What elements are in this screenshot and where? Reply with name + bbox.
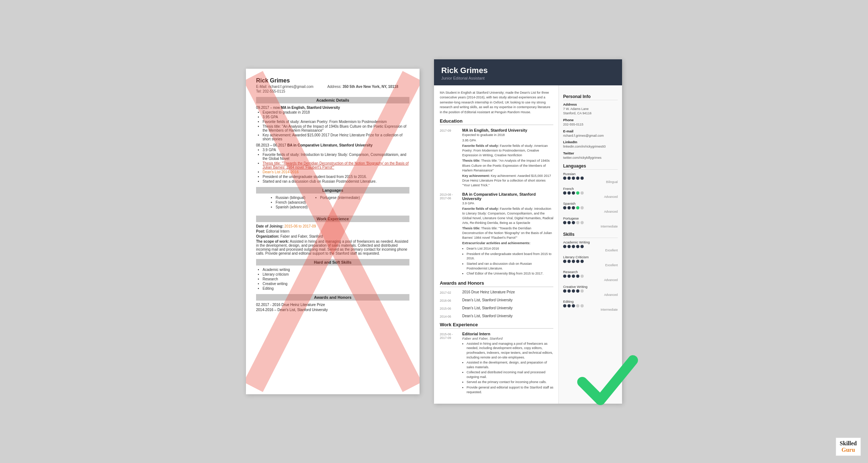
dot [567, 177, 571, 180]
lang-portugese-level: Intermediate [563, 225, 618, 228]
edu1-bullet-3: Favorite fields of study: American Poetr… [263, 120, 409, 124]
edu2-list: 3.9 GPA Favorite fields of study: Introd… [256, 148, 409, 183]
lang-russian: Russian Bilingual [563, 172, 618, 184]
edu1-entry: 2017-09 MA in English, Stanford Universi… [440, 128, 553, 188]
side-column: Personal Info Address 7 W. Adams LaneSta… [559, 85, 622, 404]
languages-section-header: Languages [256, 187, 409, 194]
skill-4: Creative writing [263, 282, 409, 286]
skill-editing-level: Intermediate [563, 308, 618, 311]
lang-russian-level: Bilingual [563, 180, 618, 184]
dot [580, 206, 584, 209]
skill-literary-criticism-name: Literary Criticism [563, 255, 618, 259]
edu2-gpa: 3.9 GPA [462, 201, 553, 206]
lang-french: French Advanced [563, 187, 618, 199]
skill-3: Research [263, 277, 409, 281]
tel-label: Tel: [256, 89, 262, 93]
tel-value: 202-555-0115 [263, 89, 285, 93]
edu1-bullet-2: 3.95 GPA [263, 115, 409, 119]
dot [572, 206, 575, 209]
languages-title-side: Languages [563, 163, 618, 170]
award-date-3: 2015-06 [440, 306, 459, 310]
skills-section-header: Hard and Soft Skills [256, 259, 409, 266]
dot [572, 275, 575, 278]
watermark: Skilled Guru [836, 438, 861, 456]
dot [572, 304, 575, 307]
education-section-title: Education [440, 118, 553, 125]
lang-spanish-dots [563, 206, 618, 209]
award-date-1: 2017-02 [440, 290, 459, 294]
dot [576, 177, 579, 180]
skill-literary-criticism-dots [563, 260, 618, 263]
dot [576, 275, 579, 278]
left-name: Rick Grimes [256, 77, 409, 84]
work-section-title: Work Experience [440, 322, 553, 329]
skill-1: Academic writing [263, 268, 409, 272]
dot [572, 221, 575, 224]
edu2-bullet-6: Started and ran a discussion club on Rus… [263, 179, 409, 183]
edu1-gpa: 3.95 GPA [462, 138, 553, 143]
award-desc-1: 2016 Drue Heinz Literature Prize [462, 290, 553, 294]
edu2-bullet-5: President of the undergraduate student b… [263, 175, 409, 179]
skill-academic-writing-name: Academic Writing [563, 240, 618, 244]
work-bullet-1: Assisted in hiring and managing a pool o… [467, 341, 553, 360]
dot [563, 206, 566, 209]
linkedin-label-side: LinkedIn [563, 140, 618, 144]
edu1-bullet-5: Key achievement: Awarded $15,000 2017 Dr… [263, 133, 409, 141]
skill-literary-criticism-level: Excellent [563, 263, 618, 267]
work-bullet-3: Collected and distributed incoming mail … [467, 370, 553, 379]
right-resume: Rick Grimes Junior Editorial Assistant M… [434, 59, 622, 404]
skill-academic-writing: Academic Writing Excellent [563, 240, 618, 252]
skill-2: Literary criticism [263, 272, 409, 276]
dot [563, 177, 566, 180]
award-desc-3: Dean's List, Stanford University [462, 306, 553, 310]
work-bullet-2: Assisted in the development, design, and… [467, 360, 553, 369]
left-resume: Rick Grimes E-Mail: richard.f.grimes@gma… [246, 69, 420, 394]
dot [576, 206, 579, 209]
award-entry-4: 2014-06 Dean's List, Stanford University [440, 314, 553, 318]
dot [567, 260, 571, 263]
edu1-key: Key achievement: Key achievement: Awarde… [462, 174, 553, 188]
dot [567, 289, 571, 293]
awards-section-title: Awards and Honors [440, 280, 553, 287]
award-1: 02.2017 - 2016 Drue Heinz Literature Pri… [256, 303, 409, 307]
right-title: Junior Editorial Assistant [441, 76, 615, 80]
edu2-bullet-4: Dean's List 2014-2016 [263, 170, 409, 174]
award-desc-2: Dean's List, Stanford University [462, 298, 553, 302]
lang4: Portugese (intermediate) [320, 196, 360, 200]
email-label: E-Mail: [256, 85, 267, 89]
award-entry-3: 2015-06 Dean's List, Stanford University [440, 306, 553, 310]
summary-text: MA Student in English at Stanford Univer… [440, 90, 553, 115]
edu2-date: 2013-08 - 2017-06 [440, 192, 459, 277]
right-header: Rick Grimes Junior Editorial Assistant [434, 59, 622, 85]
dot [563, 245, 566, 248]
skill-research-level: Advanced [563, 278, 618, 282]
skill-research-dots [563, 275, 618, 278]
edu2-favorite: Favorite fields of study: Favorite field… [462, 207, 553, 225]
award-entry-1: 2017-02 2016 Drue Heinz Literature Prize [440, 290, 553, 294]
work-org: Faber and Faber, Stanford [462, 336, 553, 340]
dot [563, 275, 566, 278]
skill-editing: Editing Intermediate [563, 300, 618, 311]
lang1: Russian (bilingual) [276, 196, 308, 200]
lang3: Spanish (advanced) [276, 205, 308, 209]
skill-5: Editing [263, 286, 409, 290]
skill-academic-writing-level: Excellent [563, 249, 618, 252]
skill-editing-name: Editing [563, 300, 618, 303]
edu2-content: BA in Comparative Litarature, Stanford U… [462, 192, 553, 277]
dot [567, 221, 571, 224]
dot [572, 177, 575, 180]
lang-russian-name: Russian [563, 172, 618, 176]
dot [567, 304, 571, 307]
skill-creative-writing-name: Creative Writing [563, 285, 618, 289]
watermark-line1: Skilled [840, 440, 857, 447]
lang-spanish-level: Advanced [563, 210, 618, 213]
dot [563, 304, 566, 307]
phone-value-side: 202-555-0115 [563, 122, 618, 127]
dot [580, 177, 584, 180]
dot [580, 191, 584, 195]
dot [576, 289, 579, 293]
dot [580, 275, 584, 278]
edu2-bullet-3: Thesis title: "Towards the Derridian Dec… [263, 161, 409, 169]
edu1-title: MA in English, Stanford University [462, 128, 553, 132]
work-section-header: Work Experience [256, 216, 409, 222]
